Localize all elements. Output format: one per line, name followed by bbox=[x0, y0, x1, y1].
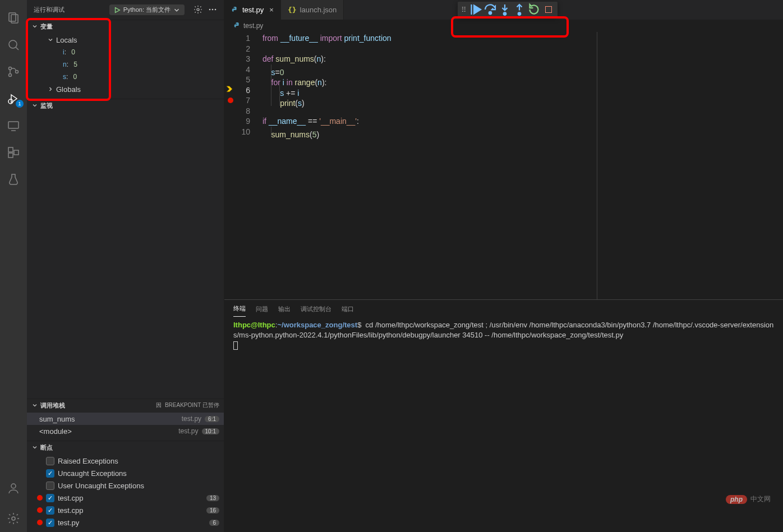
grip-icon[interactable]: ⠿ bbox=[460, 6, 468, 14]
editor-area: test.py × {} launch.json ⠿ test. bbox=[224, 0, 783, 532]
sidebar-header: 运行和调试 Python: 当前文件 bbox=[27, 0, 224, 20]
variables-panel: 变量 Locals i: 0 n: 5 s: 0 Globals bbox=[27, 20, 224, 99]
svg-point-12 bbox=[12, 517, 15, 520]
panel-tab-terminal[interactable]: 终端 bbox=[233, 301, 246, 317]
svg-point-4 bbox=[9, 74, 12, 77]
settings-gear-icon[interactable] bbox=[0, 505, 27, 532]
run-debug-icon[interactable]: 1 bbox=[0, 85, 27, 112]
step-into-button[interactable] bbox=[498, 3, 512, 16]
python-icon bbox=[231, 6, 239, 14]
callstack-panel: 调用堆栈 因 BREAKPOINT 已暂停 sum_nums test.py 6… bbox=[27, 399, 224, 441]
callstack-status: BREAKPOINT 已暂停 bbox=[165, 401, 219, 409]
bp-option[interactable]: Raised Exceptions bbox=[27, 455, 224, 467]
checkbox[interactable] bbox=[46, 482, 54, 490]
breakpoint-dot-icon bbox=[37, 507, 43, 513]
breakpoints-panel: 断点 Raised Exceptions Uncaught Exceptions… bbox=[27, 441, 224, 532]
svg-point-3 bbox=[9, 67, 12, 70]
more-icon[interactable] bbox=[208, 5, 217, 15]
debug-badge: 1 bbox=[16, 100, 24, 108]
debug-sidebar: 运行和调试 Python: 当前文件 变量 Locals bbox=[27, 0, 224, 532]
terminal-cursor bbox=[233, 341, 238, 350]
accounts-icon[interactable] bbox=[0, 475, 27, 502]
gear-icon[interactable] bbox=[194, 5, 202, 15]
tab-test-py[interactable]: test.py × bbox=[224, 0, 281, 20]
variables-header[interactable]: 变量 bbox=[27, 20, 224, 33]
bp-option[interactable]: User Uncaught Exceptions bbox=[27, 479, 224, 492]
svg-point-16 bbox=[215, 8, 217, 10]
globals-node[interactable]: Globals bbox=[27, 83, 224, 95]
breadcrumb[interactable]: test.py bbox=[224, 20, 783, 32]
stop-button[interactable] bbox=[542, 3, 555, 16]
restart-button[interactable] bbox=[527, 3, 541, 16]
watch-panel: 监视 bbox=[27, 99, 224, 399]
activity-bar: 1 bbox=[0, 0, 27, 532]
gutter: 1 2 3 4 5 6 7 8 9 10 bbox=[224, 32, 260, 299]
source-control-icon[interactable] bbox=[0, 58, 27, 85]
svg-point-5 bbox=[16, 71, 19, 73]
bp-file[interactable]: test.py6 bbox=[27, 516, 224, 529]
svg-point-13 bbox=[197, 8, 199, 11]
bp-file[interactable]: test.cpp16 bbox=[27, 504, 224, 516]
variable-row[interactable]: n: 5 bbox=[27, 58, 224, 71]
variables-title: 变量 bbox=[40, 22, 53, 31]
checkbox[interactable] bbox=[46, 494, 54, 502]
svg-point-11 bbox=[11, 484, 16, 488]
tab-launch-json[interactable]: {} launch.json bbox=[281, 0, 344, 20]
terminal[interactable]: lthpc@lthpc:~/workspace_zong/test$ cd /h… bbox=[224, 318, 783, 532]
panel-tab-ports[interactable]: 端口 bbox=[342, 302, 354, 317]
bp-option[interactable]: Uncaught Exceptions bbox=[27, 467, 224, 479]
breakpoint-dot-icon bbox=[37, 495, 43, 501]
svg-point-19 bbox=[518, 12, 521, 15]
callstack-title: 调用堆栈 bbox=[40, 401, 65, 410]
checkbox[interactable] bbox=[46, 519, 54, 527]
svg-point-18 bbox=[504, 12, 506, 15]
panel-tabs: 终端 问题 输出 调试控制台 端口 bbox=[224, 300, 783, 318]
continue-button[interactable] bbox=[469, 3, 482, 16]
extensions-icon[interactable] bbox=[0, 139, 27, 166]
close-icon[interactable]: × bbox=[269, 6, 274, 14]
checkbox[interactable] bbox=[46, 457, 54, 465]
python-icon bbox=[233, 22, 241, 30]
remote-icon[interactable] bbox=[0, 112, 27, 139]
bp-file[interactable]: test.cpp13 bbox=[27, 492, 224, 504]
svg-point-2 bbox=[9, 40, 17, 48]
breakpoints-title: 断点 bbox=[40, 443, 53, 452]
step-out-button[interactable] bbox=[513, 3, 526, 16]
svg-point-15 bbox=[212, 8, 214, 10]
code-editor[interactable]: 1 2 3 4 5 6 7 8 9 10 from __future__ imp… bbox=[224, 32, 783, 299]
code-body[interactable]: from __future__ import print_function de… bbox=[260, 32, 783, 299]
breakpoint-dot-icon bbox=[37, 520, 43, 525]
svg-point-17 bbox=[489, 12, 492, 15]
json-icon: {} bbox=[288, 6, 297, 14]
locals-label: Locals bbox=[56, 36, 77, 44]
debug-config-label: Python: 当前文件 bbox=[123, 6, 171, 14]
callstack-frame[interactable]: <module> test.py 10:1 bbox=[27, 425, 224, 437]
globals-label: Globals bbox=[56, 85, 81, 94]
watch-title: 监视 bbox=[40, 101, 53, 110]
watermark: php 中文网 bbox=[726, 494, 771, 504]
testing-icon[interactable] bbox=[0, 166, 27, 193]
svg-rect-8 bbox=[8, 147, 13, 152]
panel-tab-problems[interactable]: 问题 bbox=[256, 302, 268, 317]
svg-rect-10 bbox=[14, 150, 19, 155]
breakpoints-header[interactable]: 断点 bbox=[27, 441, 224, 454]
variable-row[interactable]: s: 0 bbox=[27, 71, 224, 83]
callstack-header[interactable]: 调用堆栈 因 BREAKPOINT 已暂停 bbox=[27, 399, 224, 411]
execution-pointer-icon bbox=[225, 85, 233, 96]
debug-config-dropdown[interactable]: Python: 当前文件 bbox=[109, 4, 185, 15]
variable-row[interactable]: i: 0 bbox=[27, 46, 224, 58]
watch-header[interactable]: 监视 bbox=[27, 99, 224, 112]
search-icon[interactable] bbox=[0, 31, 27, 58]
svg-rect-9 bbox=[8, 153, 13, 158]
callstack-frame[interactable]: sum_nums test.py 6:1 bbox=[27, 413, 224, 425]
checkbox[interactable] bbox=[46, 469, 54, 478]
checkbox[interactable] bbox=[46, 506, 54, 515]
bottom-panel: 终端 问题 输出 调试控制台 端口 lthpc@lthpc:~/workspac… bbox=[224, 299, 783, 532]
panel-tab-output[interactable]: 输出 bbox=[278, 302, 291, 317]
breakpoint-glyph-icon[interactable] bbox=[228, 98, 233, 103]
step-over-button[interactable] bbox=[483, 3, 497, 16]
locals-node[interactable]: Locals bbox=[27, 34, 224, 46]
debug-toolbar: ⠿ bbox=[458, 2, 558, 17]
explorer-icon[interactable] bbox=[0, 4, 27, 31]
panel-tab-debug-console[interactable]: 调试控制台 bbox=[301, 302, 331, 317]
